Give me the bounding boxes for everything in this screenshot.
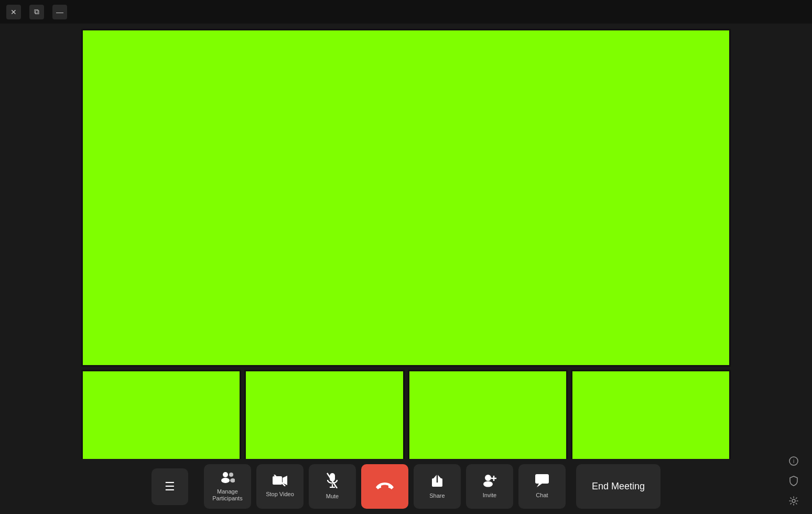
svg-point-1 [221,478,230,483]
security-button[interactable] [786,473,802,489]
mute-label: Mute [326,493,339,500]
minimize-button[interactable]: — [52,5,67,19]
toolbar: ☰ Manage Participants Stop Video [0,459,812,514]
svg-point-14 [485,475,491,481]
share-button[interactable]: Share [414,464,461,509]
svg-point-3 [230,478,235,483]
menu-icon: ☰ [165,480,175,494]
thumbnail-video-4 [571,370,731,464]
invite-button[interactable]: Invite [466,464,513,509]
layout-button[interactable]: ⧉ [29,5,44,19]
svg-point-0 [223,472,228,477]
thumbnail-video-2 [244,370,404,464]
stop-video-label: Stop Video [266,491,294,498]
svg-rect-18 [535,474,549,484]
thumbnail-video-1 [81,370,241,464]
thumbnail-video-3 [408,370,568,464]
thumbnail-row [81,370,731,464]
svg-marker-19 [537,484,542,487]
end-call-button[interactable] [361,464,408,509]
chat-button[interactable]: Chat [518,464,566,509]
end-meeting-label: End Meeting [592,481,645,491]
manage-participants-label: Manage Participants [204,488,251,502]
share-icon [430,473,444,490]
stop-video-button[interactable]: Stop Video [256,464,304,509]
phone-end-icon [375,478,394,495]
share-label: Share [429,492,445,499]
chat-icon [535,474,549,489]
svg-point-22 [792,499,795,502]
main-video [81,29,731,367]
mic-icon [327,473,338,490]
close-button[interactable]: ✕ [6,5,21,19]
title-bar: ✕ ⧉ — [0,0,812,24]
video-area [0,24,812,469]
invite-label: Invite [483,492,496,499]
participants-icon [220,471,235,486]
info-button[interactable]: i [786,453,802,469]
toolbar-right-icons: i [786,453,802,509]
mute-button[interactable]: Mute [309,464,356,509]
svg-point-2 [229,473,233,477]
chat-label: Chat [536,492,548,499]
end-meeting-button[interactable]: End Meeting [576,464,661,509]
menu-button[interactable]: ☰ [151,468,188,505]
video-icon [272,475,288,488]
settings-button[interactable] [786,493,802,509]
manage-participants-button[interactable]: Manage Participants [204,464,251,509]
svg-point-15 [483,481,493,487]
svg-text:i: i [793,458,794,464]
invite-icon [482,474,497,489]
